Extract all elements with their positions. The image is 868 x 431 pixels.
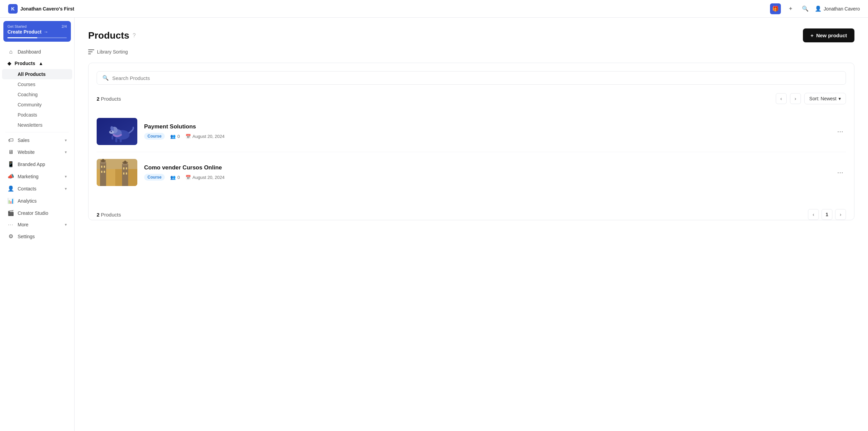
more-label: More (18, 222, 61, 227)
global-search-button[interactable]: 🔍 (800, 3, 811, 14)
banner-arrow: → (43, 29, 48, 35)
settings-label: Settings (18, 234, 67, 239)
svg-rect-0 (88, 49, 94, 50)
sidebar-item-marketing[interactable]: 📣 Marketing ▾ (2, 170, 72, 182)
main-inner: Products ? + New product Library Sorting (75, 18, 868, 231)
svg-point-9 (111, 131, 112, 132)
product-date: 📅 August 20, 2024 (185, 175, 225, 180)
creator-studio-label: Creator Studio (18, 210, 67, 216)
products-count: 2 Products (97, 96, 121, 102)
banner-progress-fill (7, 37, 37, 38)
products-count-number: 2 (97, 96, 99, 102)
marketing-chevron-icon: ▾ (65, 174, 67, 179)
calendar-icon: 📅 (185, 134, 191, 139)
sidebar-item-products[interactable]: ◆ Products ▲ (2, 58, 72, 69)
svg-rect-1 (88, 52, 93, 52)
page-title-row: Products ? (88, 30, 136, 41)
get-started-banner[interactable]: Get Started 2/4 Create Product → (3, 21, 71, 42)
sidebar-item-coaching[interactable]: Coaching (2, 89, 72, 100)
library-sorting[interactable]: Library Sorting (88, 49, 854, 55)
product-info: Payment Solutions Course 👥 0 📅 August 20… (144, 123, 846, 140)
product-badge: Course (144, 174, 165, 181)
get-started-label: Get Started (7, 24, 26, 28)
sidebar-item-website[interactable]: 🖥 Website ▾ (2, 146, 72, 158)
help-icon[interactable]: ? (133, 33, 136, 39)
sidebar-item-community[interactable]: Community (2, 100, 72, 110)
gift-button[interactable]: 🎁 (770, 3, 781, 14)
sidebar-item-podcasts[interactable]: Podcasts (2, 110, 72, 120)
products-label: Products (15, 61, 35, 66)
sidebar-item-contacts[interactable]: 👤 Contacts ▾ (2, 183, 72, 194)
app-logo: K (8, 4, 18, 14)
user-menu[interactable]: 👤 Jonathan Cavero (815, 5, 860, 12)
sorting-icon (88, 49, 94, 54)
product-item: Como vender Cursos Online Course 👥 0 📅 A… (97, 152, 846, 193)
svg-rect-24 (101, 166, 102, 168)
sales-icon: 🏷 (7, 137, 14, 143)
products-panel-inner: 🔍 2 Products ‹ › Sort: Ne (88, 63, 854, 201)
toolbar-right: ‹ › Sort: Newest ▾ (776, 93, 846, 104)
sidebar-item-courses[interactable]: Courses (2, 79, 72, 89)
svg-rect-16 (100, 162, 106, 186)
products-toolbar: 2 Products ‹ › Sort: Newest ▾ (97, 93, 846, 104)
more-icon: ··· (7, 222, 14, 227)
svg-rect-20 (122, 164, 128, 186)
svg-rect-19 (102, 159, 104, 162)
products-footer: 2 Products ‹ 1 › (88, 202, 854, 220)
svg-rect-25 (104, 166, 105, 168)
calendar-icon: 📅 (185, 175, 191, 180)
marketing-label: Marketing (18, 174, 61, 179)
svg-rect-10 (115, 138, 117, 142)
next-page-button[interactable]: › (790, 93, 801, 104)
product-meta: Course 👥 0 📅 August 20, 2024 (144, 133, 846, 140)
page-number: 1 (822, 209, 832, 220)
product-members: 👥 0 (170, 134, 180, 139)
product-more-button-1[interactable]: ⋯ (834, 167, 846, 178)
search-bar: 🔍 (97, 71, 846, 85)
sidebar-item-sales[interactable]: 🏷 Sales ▾ (2, 135, 72, 146)
pagination: ‹ 1 › (808, 209, 846, 220)
sidebar-divider (5, 132, 69, 132)
marketing-icon: 📣 (7, 173, 14, 180)
svg-rect-28 (123, 167, 124, 169)
sidebar-item-settings[interactable]: ⚙ Settings (2, 230, 72, 242)
sidebar-item-all-products[interactable]: All Products (2, 69, 72, 79)
new-product-button[interactable]: + New product (803, 28, 854, 42)
prev-page-button[interactable]: ‹ (776, 93, 787, 104)
sidebar-item-newsletters[interactable]: Newsletters (2, 120, 72, 130)
sidebar-item-branded-app[interactable]: 📱 Branded App (2, 158, 72, 170)
products-count-label: Products (101, 96, 121, 102)
product-more-button-0[interactable]: ⋯ (834, 126, 846, 137)
products-chevron-icon: ▲ (39, 61, 43, 66)
sidebar-item-analytics[interactable]: 📊 Analytics (2, 195, 72, 207)
svg-rect-2 (88, 54, 91, 54)
product-badge: Course (144, 133, 165, 140)
sort-label: Sort: Newest (809, 96, 836, 101)
sidebar-item-creator-studio[interactable]: 🎬 Creator Studio (2, 207, 72, 219)
banner-title: Create Product → (7, 29, 67, 35)
user-name: Jonathan Cavero (824, 6, 860, 12)
product-item: Payment Solutions Course 👥 0 📅 August 20… (97, 111, 846, 152)
sparkle-button[interactable]: ✦ (785, 3, 796, 14)
banner-top-row: Get Started 2/4 (7, 24, 67, 28)
product-info: Como vender Cursos Online Course 👥 0 📅 A… (144, 164, 846, 181)
analytics-label: Analytics (18, 198, 67, 204)
pagination-prev-button[interactable]: ‹ (808, 209, 819, 220)
search-input[interactable] (112, 75, 840, 81)
footer-count-label: Products (101, 212, 121, 218)
sales-label: Sales (18, 138, 61, 143)
app-layout: Get Started 2/4 Create Product → ⌂ Dashb… (0, 18, 868, 431)
pagination-next-button[interactable]: › (835, 209, 846, 220)
members-icon: 👥 (170, 175, 176, 180)
plus-icon: + (810, 33, 813, 38)
topnav: K Jonathan Cavero's First 🎁 ✦ 🔍 👤 Jonath… (0, 0, 868, 18)
library-sorting-label: Library Sorting (97, 49, 128, 55)
page-title: Products (88, 30, 129, 41)
sort-chevron-icon: ▾ (839, 96, 841, 101)
svg-rect-30 (123, 172, 124, 175)
sidebar-item-more[interactable]: ··· More ▾ (2, 219, 72, 230)
sidebar-item-dashboard[interactable]: ⌂ Dashboard (2, 46, 72, 58)
page-header: Products ? + New product (88, 28, 854, 42)
sort-button[interactable]: Sort: Newest ▾ (804, 93, 846, 104)
contacts-chevron-icon: ▾ (65, 186, 67, 191)
